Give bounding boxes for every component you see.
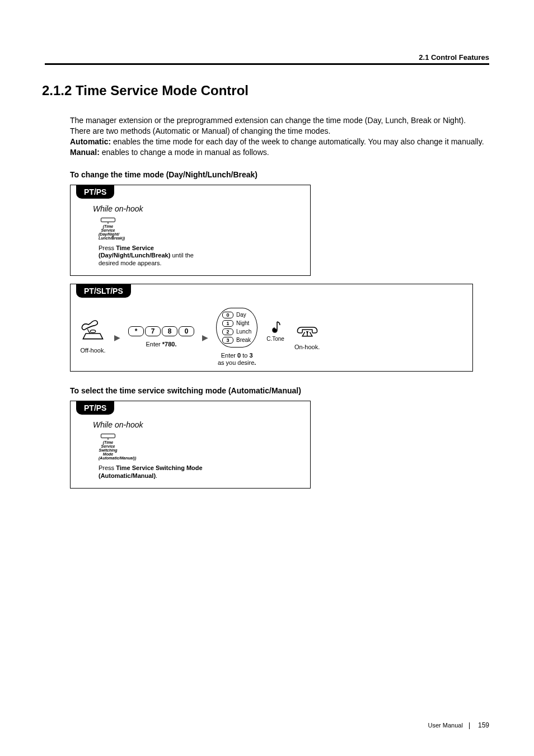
procedure-box-ptps-2: PT/PS While on-hook (Time Service Switch… bbox=[70, 401, 311, 489]
option-lunch: 2Lunch bbox=[222, 328, 251, 335]
tab-ptps-2: PT/PS bbox=[76, 401, 114, 415]
step-choose-option: 0Day 1Night 2Lunch 3Break Enter 0 to 3 a… bbox=[216, 308, 257, 367]
press-instruction-2: Press Time Service Switching Mode (Autom… bbox=[99, 464, 210, 480]
tab-ptps-1: PT/PS bbox=[76, 185, 114, 199]
press-post-2: . bbox=[156, 472, 157, 479]
option-break: 3Break bbox=[222, 337, 251, 344]
option-label-day: Day bbox=[236, 312, 246, 318]
enter-code-caption: Enter *780. bbox=[146, 341, 176, 348]
enter-range-caption: Enter 0 to 3 as you desire. bbox=[218, 352, 256, 367]
svg-point-1 bbox=[273, 328, 277, 332]
range-b2: 3 bbox=[249, 352, 252, 359]
intro-p1: The manager extension or the preprogramm… bbox=[70, 116, 466, 125]
onhook-caption: On-hook. bbox=[294, 344, 320, 351]
option-day: 0Day bbox=[222, 312, 251, 318]
key-sequence: * 7 8 0 bbox=[128, 326, 194, 336]
range-mid: to bbox=[241, 352, 249, 359]
onhook-handset-icon bbox=[295, 323, 320, 339]
intro-p2: There are two methods (Automatic or Manu… bbox=[70, 126, 330, 135]
tab-ptsltps: PT/SLT/PS bbox=[76, 284, 131, 298]
feature-button-icon-1: (Time Service (Day/Night/ Lunch/Break)) bbox=[99, 218, 118, 240]
key-8: 8 bbox=[162, 326, 177, 336]
arrow-icon: ▶ bbox=[112, 333, 123, 342]
feature-button-label-1: (Time Service (Day/Night/ Lunch/Break)) bbox=[99, 224, 118, 240]
minikey-2: 2 bbox=[222, 328, 233, 335]
key-star: * bbox=[128, 326, 144, 336]
step-onhook: On-hook. bbox=[294, 323, 320, 351]
option-night: 1Night bbox=[222, 320, 251, 327]
footer-label: User Manual bbox=[428, 722, 462, 729]
footer: User Manual 159 bbox=[428, 721, 489, 729]
key-7: 7 bbox=[145, 326, 161, 336]
option-label-night: Night bbox=[236, 320, 249, 326]
svg-point-0 bbox=[90, 330, 96, 333]
range-pre: Enter bbox=[221, 352, 237, 359]
option-label-lunch: Lunch bbox=[236, 328, 251, 335]
option-label-break: Break bbox=[236, 337, 251, 343]
subhead-select-switch: To select the time service switching mod… bbox=[70, 386, 492, 395]
step-enter-code: * 7 8 0 Enter *780. bbox=[128, 326, 194, 348]
minikey-1: 1 bbox=[222, 320, 233, 327]
offhook-phone-icon bbox=[79, 320, 106, 342]
offhook-caption: Off-hook. bbox=[80, 347, 105, 354]
arrow-icon-2: ▶ bbox=[200, 333, 210, 342]
svg-marker-2 bbox=[306, 331, 308, 334]
range-l2: as you desire bbox=[218, 359, 254, 366]
auto-label: Automatic: bbox=[70, 137, 111, 146]
subhead-change-mode: To change the time mode (Day/Night/Lunch… bbox=[70, 170, 492, 179]
minikey-0: 0 bbox=[222, 312, 233, 318]
manual-text: enables to change a mode in manual as fo… bbox=[100, 148, 269, 157]
feature-button-icon-2: (Time Service Switching Mode (Automatic/… bbox=[99, 434, 118, 460]
ctone-spacer bbox=[275, 346, 277, 354]
auto-text: enables the time mode for each day of th… bbox=[111, 137, 484, 146]
procedure-box-ptsltps: PT/SLT/PS Off-hook. ▶ * 7 8 0 bbox=[70, 284, 473, 372]
minikey-3: 3 bbox=[222, 337, 233, 344]
procedure-box-ptps-1: PT/PS While on-hook (Time Service (Day/N… bbox=[70, 185, 311, 276]
key-0: 0 bbox=[179, 326, 194, 336]
enter-code-bold: 780. bbox=[165, 341, 176, 348]
step-ctone: C.Tone bbox=[266, 320, 284, 354]
breadcrumb: 2.1 Control Features bbox=[419, 53, 489, 62]
press-instruction-1: Press Time Service (Day/Night/Lunch/Brea… bbox=[99, 245, 194, 267]
press-pre-1: Press bbox=[99, 245, 116, 251]
feature-button-label-2: (Time Service Switching Mode (Automatic/… bbox=[99, 440, 118, 460]
while-onhook-1: While on-hook bbox=[93, 204, 301, 213]
option-oval: 0Day 1Night 2Lunch 3Break bbox=[216, 308, 257, 348]
page-number: 159 bbox=[478, 721, 489, 729]
enter-code-pre: Enter bbox=[146, 341, 162, 348]
header-rule bbox=[45, 63, 489, 65]
manual-label: Manual: bbox=[70, 148, 100, 157]
footer-divider bbox=[469, 722, 470, 729]
section-title: 2.1.2 Time Service Mode Control bbox=[42, 83, 492, 98]
intro-text: The manager extension or the preprogramm… bbox=[70, 115, 486, 158]
while-onhook-2: While on-hook bbox=[93, 420, 301, 429]
press-pre-2: Press bbox=[99, 464, 116, 471]
ctone-label: C.Tone bbox=[266, 336, 284, 342]
music-note-icon bbox=[269, 320, 282, 335]
step-offhook: Off-hook. bbox=[79, 320, 106, 354]
